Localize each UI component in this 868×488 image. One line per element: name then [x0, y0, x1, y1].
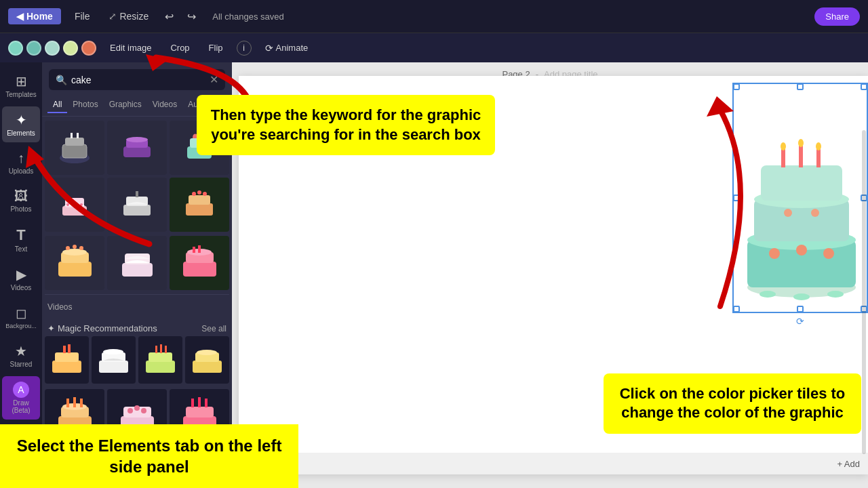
svg-rect-41	[99, 361, 128, 373]
svg-rect-81	[816, 148, 821, 167]
magic-item-2[interactable]	[92, 336, 136, 384]
svg-rect-6	[123, 146, 151, 157]
color-swatch-1[interactable]	[8, 41, 23, 56]
share-button[interactable]: Share	[814, 7, 860, 26]
color-swatch-2[interactable]	[26, 41, 41, 56]
sidebar-item-draw[interactable]: A Draw (Beta)	[2, 376, 40, 420]
result-item-9[interactable]	[170, 236, 229, 290]
image-grid-2	[45, 236, 229, 290]
svg-point-29	[79, 246, 83, 250]
color-swatch-4[interactable]	[63, 41, 78, 56]
callout-color: Click on the color picker tiles to chang…	[604, 373, 861, 434]
svg-rect-49	[193, 361, 222, 373]
svg-rect-67	[205, 399, 208, 407]
clear-search-icon[interactable]: ✕	[210, 73, 218, 86]
svg-rect-79	[781, 148, 785, 167]
starred-icon: ★	[15, 343, 27, 359]
svg-rect-11	[62, 206, 87, 216]
info-button[interactable]: i	[237, 41, 252, 56]
home-button[interactable]: ◀ Home	[8, 8, 61, 24]
resize-button[interactable]: ⤢ Resize	[103, 8, 154, 24]
sidebar-item-templates[interactable]: ⊞ Templates	[2, 68, 40, 104]
undo-button[interactable]: ↩	[162, 7, 176, 26]
svg-rect-40	[68, 344, 71, 353]
svg-rect-64	[186, 407, 214, 418]
svg-rect-66	[198, 397, 201, 407]
sidebar-item-text[interactable]: T Text	[2, 221, 40, 258]
result-item-7[interactable]	[45, 236, 104, 290]
magic-item-1[interactable]	[45, 336, 89, 384]
svg-rect-48	[165, 346, 167, 353]
svg-rect-46	[155, 346, 157, 353]
handle-bm[interactable]	[797, 306, 804, 312]
sidebar-item-elements[interactable]: ✦ Elements	[2, 106, 40, 142]
magic-grid	[45, 336, 229, 384]
svg-rect-35	[193, 247, 195, 253]
svg-rect-55	[66, 399, 69, 407]
handle-tr[interactable]	[861, 83, 867, 90]
tab-videos[interactable]: Videos	[147, 97, 182, 113]
svg-point-22	[197, 190, 201, 195]
sidebar-item-background[interactable]: ◻ Backgrou...	[2, 300, 40, 335]
videos-icon: ▶	[16, 266, 26, 283]
result-item-1[interactable]	[45, 121, 104, 175]
magic-item-4[interactable]	[185, 336, 229, 384]
magic-title: ✦ Magic Recommendations	[47, 323, 157, 333]
sidebar-item-photos[interactable]: 🖼 Photos	[2, 183, 40, 218]
sidebar-item-videos[interactable]: ▶ Videos	[2, 261, 40, 297]
tab-all[interactable]: All	[47, 97, 67, 113]
magic-item-3[interactable]	[138, 336, 182, 384]
flip-button[interactable]: Flip	[203, 40, 229, 56]
handle-tl[interactable]	[733, 83, 740, 90]
callout-elements-text: Select the Elements tab on the left side…	[0, 424, 298, 488]
magic-star-icon: ✦	[47, 323, 55, 333]
home-label: Home	[26, 11, 53, 22]
selection-box: ⟳	[732, 83, 868, 313]
redo-button[interactable]: ↪	[184, 7, 199, 26]
overlap-area	[45, 236, 229, 290]
secondary-toolbar: Edit image Crop Flip i ⟳ Animate	[0, 33, 868, 62]
svg-rect-37	[52, 361, 81, 373]
crop-button[interactable]: Crop	[165, 40, 195, 56]
svg-point-27	[66, 246, 70, 250]
background-icon: ◻	[16, 305, 27, 321]
result-item-4[interactable]	[45, 178, 104, 232]
svg-point-83	[798, 139, 804, 147]
animate-icon: ⟳	[265, 43, 273, 54]
templates-icon: ⊞	[16, 73, 27, 89]
uploads-icon: ↑	[18, 150, 24, 166]
cake-graphic	[734, 84, 868, 314]
color-swatch-5[interactable]	[81, 41, 96, 56]
svg-rect-36	[198, 245, 201, 253]
svg-point-23	[203, 192, 207, 196]
sidebar-item-starred[interactable]: ★ Starred	[2, 338, 40, 373]
handle-tm[interactable]	[797, 83, 804, 90]
tab-graphics[interactable]: Graphics	[104, 97, 147, 113]
magic-header: ✦ Magic Recommendations See all	[45, 318, 229, 336]
result-item-8[interactable]	[107, 236, 167, 290]
search-bar: 🔍 ✕	[42, 62, 232, 94]
elements-icon: ✦	[16, 112, 27, 128]
color-swatch-3[interactable]	[45, 41, 60, 56]
rotate-handle[interactable]: ⟳	[796, 316, 804, 327]
svg-point-26	[62, 249, 87, 256]
animate-button[interactable]: ⟳ Animate	[260, 40, 314, 56]
callout-search-wrapper: Then type the keyword for the graphic yo…	[197, 95, 495, 155]
sidebar-item-uploads[interactable]: ↑ Uploads	[2, 145, 40, 180]
result-item-5[interactable]	[107, 178, 167, 232]
edit-image-button[interactable]: Edit image	[104, 40, 157, 56]
result-item-6[interactable]	[170, 178, 229, 232]
result-item-2[interactable]	[107, 121, 167, 175]
see-all-button[interactable]: See all	[201, 324, 226, 333]
canvas-scrollbar[interactable]	[862, 130, 866, 454]
handle-ml[interactable]	[733, 195, 740, 201]
tab-photos[interactable]: Photos	[67, 97, 103, 113]
svg-point-77	[784, 209, 792, 217]
svg-point-28	[73, 245, 77, 249]
search-input[interactable]	[71, 75, 205, 85]
file-menu[interactable]: File	[69, 8, 96, 24]
add-page-button[interactable]: + Add	[837, 459, 860, 469]
handle-bl[interactable]	[733, 306, 740, 312]
svg-point-51	[197, 350, 217, 355]
svg-rect-2	[65, 138, 84, 146]
